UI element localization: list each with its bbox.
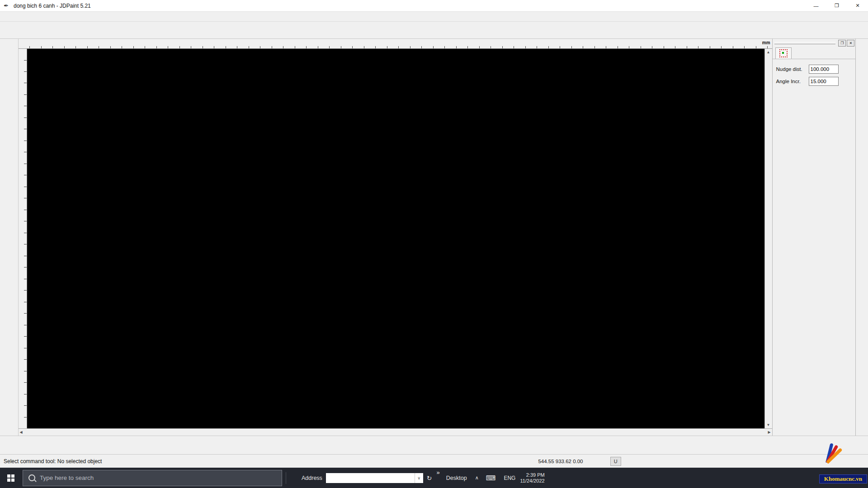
- windows-taskbar: Type here to search Address ∨ ↻ » Deskto…: [0, 468, 868, 488]
- scroll-down-icon[interactable]: ▼: [765, 422, 772, 428]
- dock-restore-button[interactable]: ❐: [838, 40, 846, 47]
- snap-toolbar: [0, 436, 868, 454]
- title-bar: ✒ dong bich 6 canh - JDPaint 5.21 — ❐ ✕: [0, 0, 868, 12]
- vertical-ruler: [19, 49, 27, 428]
- restore-button[interactable]: ❐: [826, 0, 847, 11]
- jdpaint-window: ✒ dong bich 6 canh - JDPaint 5.21 — ❐ ✕ …: [0, 0, 868, 488]
- clock-time: 2:39 PM: [520, 472, 544, 478]
- dock-grip[interactable]: [774, 42, 836, 44]
- tray-chevron-icon[interactable]: ∧: [475, 475, 479, 481]
- selection-tab-icon: [779, 49, 788, 57]
- address-input[interactable]: [326, 473, 415, 483]
- taskbar-divider: [286, 472, 286, 484]
- color-strip: [855, 39, 868, 436]
- drawing-canvas[interactable]: [27, 49, 764, 428]
- language-indicator[interactable]: ENG: [504, 475, 515, 481]
- status-message: Select command tool: No selected object: [0, 458, 102, 465]
- windows-logo-icon: [7, 474, 14, 482]
- desktop-toolbar-label[interactable]: Desktop: [446, 475, 467, 481]
- dock-close-button[interactable]: ✕: [847, 40, 854, 47]
- nudge-dist-field[interactable]: [809, 65, 839, 74]
- nudge-dist-label: Nudge dist.: [776, 66, 809, 72]
- search-placeholder: Type here to search: [40, 474, 94, 481]
- scroll-left-icon[interactable]: ◀: [19, 429, 24, 436]
- address-label: Address: [302, 475, 322, 481]
- horizontal-scrollbar[interactable]: ◀ ▶: [19, 428, 772, 436]
- search-icon: [28, 474, 35, 481]
- menu-bar: [0, 12, 868, 21]
- main-toolbar: [0, 22, 868, 39]
- minimize-button[interactable]: —: [806, 0, 826, 11]
- address-dropdown-icon[interactable]: ∨: [415, 473, 423, 483]
- angle-incr-label: Angle Incr.: [776, 79, 809, 84]
- close-button[interactable]: ✕: [847, 0, 868, 11]
- cursor-coordinates: 544.55 933.62 0.00: [538, 459, 583, 464]
- clock-date: 11/24/2022: [520, 478, 544, 484]
- angle-incr-field[interactable]: [809, 77, 839, 86]
- toolbar-overflow-chevron[interactable]: »: [437, 469, 440, 476]
- scroll-up-icon[interactable]: ▲: [765, 49, 772, 56]
- unit-toggle-button[interactable]: U: [610, 457, 621, 466]
- tab-selection[interactable]: [775, 47, 792, 59]
- address-refresh-icon[interactable]: ↻: [427, 474, 432, 482]
- properties-dock: ❐ ✕ Nudge dist. Angle Incr.: [772, 39, 856, 436]
- ruler-unit: mm: [762, 40, 770, 45]
- app-icon: ✒: [4, 2, 11, 9]
- scroll-right-icon[interactable]: ▶: [766, 429, 772, 436]
- taskbar-clock[interactable]: 2:39 PM 11/24/2022: [520, 472, 544, 484]
- tool-palette: [0, 39, 19, 436]
- window-title: dong bich 6 canh - JDPaint 5.21: [14, 3, 806, 9]
- start-button[interactable]: [0, 468, 22, 488]
- touch-keyboard-icon[interactable]: ⌨: [486, 474, 496, 482]
- horizontal-ruler: mm: [19, 39, 772, 49]
- status-bar: Select command tool: No selected object …: [0, 454, 868, 468]
- taskbar-search[interactable]: Type here to search: [23, 470, 282, 486]
- vertical-scrollbar[interactable]: ▲ ▼: [764, 49, 772, 428]
